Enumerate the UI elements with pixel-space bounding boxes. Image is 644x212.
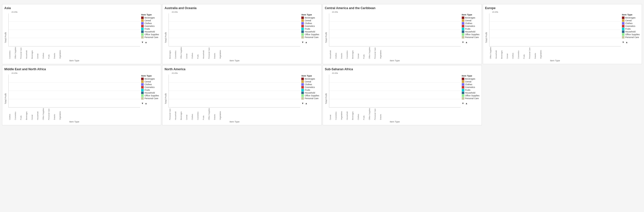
- legend-item: Clothes: [141, 83, 159, 86]
- sort-descending-button[interactable]: ▼: [301, 102, 304, 105]
- chart-title: Sub-Saharan Africa: [325, 67, 480, 71]
- legend-item-label: Office Supplies: [465, 33, 480, 36]
- x-label: Cosmetics: [518, 47, 523, 59]
- chart-content: Office SuppliesHouseholdBeveragesCerealC…: [489, 13, 621, 62]
- legend-color-swatch: [301, 25, 304, 27]
- legend-item: Household: [301, 30, 319, 33]
- sort-buttons: ▼▲: [141, 102, 147, 105]
- legend-color-swatch: [141, 30, 144, 33]
- legend-color-swatch: [462, 80, 464, 83]
- chart-legend: Item TypeBeveragesCerealClothesCosmetics…: [141, 13, 159, 39]
- legend-item: Cereal: [141, 80, 159, 83]
- legend-item-label: Cosmetics: [625, 25, 635, 27]
- legend-item: Beverages: [622, 16, 640, 19]
- legend-item: Personal Care: [301, 36, 319, 39]
- x-axis-labels: ClothesCosmeticsFruitsBeveragesCerealHou…: [8, 108, 140, 120]
- legend-item: Personal Care: [622, 36, 640, 39]
- sort-ascending-button[interactable]: ▲: [465, 41, 468, 44]
- sort-ascending-button[interactable]: ▲: [625, 41, 628, 44]
- chart-content: ClothesCosmeticsFruitsBeveragesCerealHou…: [8, 75, 140, 123]
- chart-title: Europe: [485, 6, 640, 10]
- legend-item: Beverages: [462, 78, 480, 80]
- sort-descending-button[interactable]: ▼: [462, 102, 464, 105]
- x-label: Clothes: [42, 47, 47, 59]
- legend-color-swatch: [141, 89, 144, 91]
- legend-item-label: Cosmetics: [144, 25, 155, 27]
- legend-item: Office Supplies: [141, 33, 159, 36]
- x-label: Vegetables: [59, 108, 64, 120]
- legend-color-swatch: [141, 97, 144, 100]
- legend-item-label: Fruits: [625, 28, 631, 30]
- legend-wrapper: Item TypeBeveragesCerealClothesCosmetics…: [462, 75, 480, 105]
- x-axis-title: Item Type: [169, 120, 300, 123]
- y-axis-max-label: 20.65k: [172, 72, 319, 74]
- x-axis-labels: Personal CareHouseholdBeveragesCerealClo…: [169, 108, 300, 120]
- legend-item: Fruits: [462, 89, 480, 91]
- sort-ascending-button[interactable]: ▲: [305, 102, 307, 105]
- x-label: Cereal: [31, 108, 36, 120]
- legend-item: Clothes: [622, 22, 640, 25]
- sort-descending-button[interactable]: ▼: [462, 41, 464, 44]
- chart-panel: Europe20.65kTotal ProfitOffice SuppliesH…: [483, 4, 642, 64]
- legend-item: Fruits: [301, 89, 319, 91]
- chart-legend: Item TypeBeveragesCerealClothesCosmetics…: [622, 13, 640, 39]
- sort-ascending-button[interactable]: ▲: [465, 102, 468, 105]
- legend-item: Household: [141, 30, 159, 33]
- chart-legend: Item TypeBeveragesCerealClothesCosmetics…: [141, 75, 159, 100]
- x-label: Vegetables: [540, 47, 545, 59]
- x-label: Household: [175, 108, 180, 120]
- legend-color-swatch: [301, 22, 304, 25]
- legend-item: Household: [462, 30, 480, 33]
- y-axis-max-label: 20.65k: [492, 11, 640, 13]
- legend-item: Beverages: [141, 16, 159, 19]
- legend-item-label: Office Supplies: [144, 33, 159, 36]
- legend-title: Item Type: [301, 13, 319, 16]
- sort-ascending-button[interactable]: ▲: [145, 41, 147, 44]
- legend-item-label: Household: [144, 92, 155, 94]
- legend-title: Item Type: [462, 75, 480, 77]
- legend-color-swatch: [462, 97, 464, 100]
- x-label: Cosmetics: [14, 108, 20, 120]
- legend-item-label: Household: [144, 30, 155, 33]
- chart-area: Total ProfitHouseholdClothesSnacksCosmet…: [325, 13, 480, 62]
- legend-color-swatch: [462, 22, 464, 25]
- legend-item-label: Cosmetics: [144, 86, 155, 89]
- legend-color-swatch: [301, 30, 304, 33]
- legend-item: Personal Care: [141, 97, 159, 100]
- legend-color-swatch: [462, 30, 464, 33]
- legend-color-swatch: [301, 86, 304, 89]
- x-label: Fruits: [363, 47, 368, 59]
- sort-descending-button[interactable]: ▼: [141, 41, 144, 44]
- legend-item-label: Office Supplies: [305, 33, 319, 36]
- legend-item: Cereal: [301, 19, 319, 22]
- chart-panel: Asia20.65kTotal ProfitCosmeticsOffice Su…: [2, 4, 161, 64]
- legend-item: Office Supplies: [622, 33, 640, 36]
- x-label: Beverages: [352, 108, 357, 120]
- legend-item-label: Clothes: [305, 22, 312, 25]
- legend-item: Cosmetics: [462, 86, 480, 89]
- x-label: Clothes: [191, 47, 196, 59]
- legend-item: Beverages: [301, 16, 319, 19]
- sort-descending-button[interactable]: ▼: [141, 102, 144, 105]
- sort-descending-button[interactable]: ▼: [622, 41, 624, 44]
- legend-color-swatch: [301, 19, 304, 22]
- x-label: Cosmetics: [175, 47, 180, 59]
- legend-item: Cereal: [301, 80, 319, 83]
- legend-color-swatch: [462, 19, 464, 22]
- legend-item-label: Fruits: [144, 89, 150, 91]
- legend-item: Office Supplies: [462, 33, 480, 36]
- legend-item-label: Cereal: [625, 19, 632, 22]
- legend-item-label: Fruits: [305, 89, 310, 91]
- sort-ascending-button[interactable]: ▲: [305, 41, 307, 44]
- legend-color-swatch: [301, 33, 304, 36]
- legend-item-label: Cereal: [144, 19, 151, 22]
- sort-descending-button[interactable]: ▼: [301, 41, 304, 44]
- legend-title: Item Type: [141, 13, 159, 16]
- legend-color-swatch: [622, 16, 624, 19]
- sort-ascending-button[interactable]: ▲: [145, 102, 147, 105]
- x-axis-labels: Office SuppliesHouseholdBeveragesCerealC…: [489, 47, 621, 59]
- x-label: Personal Care: [169, 108, 174, 120]
- legend-item: Clothes: [301, 83, 319, 86]
- legend-item-label: Household: [305, 92, 315, 94]
- legend-item-label: Clothes: [144, 83, 152, 86]
